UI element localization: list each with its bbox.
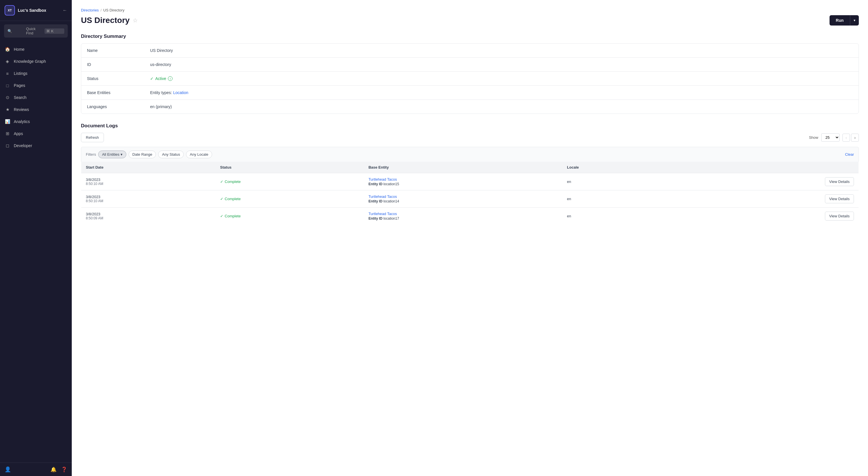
run-dropdown-button[interactable]: ▾ xyxy=(850,15,859,26)
filter-all-entities-button[interactable]: All Entities ▾ xyxy=(98,150,126,158)
document-logs-header: Refresh Show 102550100 ‹ › xyxy=(81,133,859,142)
breadcrumb-separator: / xyxy=(100,8,102,12)
status-complete: ✓ Complete xyxy=(220,179,360,184)
complete-check-icon: ✓ xyxy=(220,197,223,201)
table-header: Start DateStatusBase EntityLocale xyxy=(81,162,859,173)
status-text: Complete xyxy=(225,197,241,201)
directory-summary-section: Directory Summary Name US Directory ID u… xyxy=(81,34,859,114)
summary-value: us-directory xyxy=(150,62,171,67)
sidebar-item-reviews[interactable]: ★ Reviews xyxy=(0,104,72,115)
breadcrumb-parent[interactable]: Directories xyxy=(81,8,99,12)
sidebar-logo: XT Luc's Sandbox xyxy=(5,5,46,15)
sidebar-item-analytics[interactable]: 📊 Analytics xyxy=(0,115,72,128)
complete-check-icon: ✓ xyxy=(220,179,223,184)
col-header-status: Status xyxy=(216,162,364,173)
filter-any-status-button[interactable]: Any Status xyxy=(158,150,184,158)
sidebar-item-pages[interactable]: □ Pages xyxy=(0,79,72,92)
start-date: 3/8/2023 xyxy=(86,177,211,182)
entity-id: Entity ID location15 xyxy=(369,182,558,186)
show-label: Show xyxy=(809,135,818,140)
base-entity-cell: Turtlehead Tacos Entity ID location17 xyxy=(364,208,563,225)
sidebar-item-knowledge-graph[interactable]: ◈ Knowledge Graph xyxy=(0,55,72,67)
col-header-base-entity: Base Entity xyxy=(364,162,563,173)
sidebar-item-listings[interactable]: ≡ Listings xyxy=(0,67,72,79)
help-icon[interactable]: ❓ xyxy=(61,467,67,473)
summary-label: ID xyxy=(87,62,150,67)
start-date: 3/8/2023 xyxy=(86,195,211,199)
next-page-button[interactable]: › xyxy=(851,134,859,142)
entity-id: Entity ID location14 xyxy=(369,199,558,203)
sidebar-footer: 👤 🔔 ❓ xyxy=(0,463,72,476)
summary-label: Base Entities xyxy=(87,90,150,95)
sidebar-item-label: Listings xyxy=(14,71,27,76)
summary-label: Name xyxy=(87,48,150,53)
run-button-group: Run ▾ xyxy=(830,15,859,26)
page-header: US Directory ☆ Run ▾ xyxy=(81,15,859,26)
summary-table: Name US Directory ID us-directory Status… xyxy=(81,43,859,114)
status-complete: ✓ Complete xyxy=(220,214,360,218)
view-details-button[interactable]: View Details xyxy=(825,195,854,203)
knowledge-graph-icon: ◈ xyxy=(5,59,10,64)
entity-type-link[interactable]: Location xyxy=(173,90,188,95)
action-cell: View Details xyxy=(667,173,859,191)
app-name: Luc's Sandbox xyxy=(18,8,46,12)
clear-filters-button[interactable]: Clear xyxy=(845,152,854,157)
analytics-icon: 📊 xyxy=(5,119,10,125)
apps-icon: ⊞ xyxy=(5,131,10,136)
summary-row: Base Entities Entity types: Location xyxy=(81,86,859,100)
complete-check-icon: ✓ xyxy=(220,214,223,218)
show-select[interactable]: 102550100 xyxy=(821,133,840,142)
entity-name-link[interactable]: Turtlehead Tacos xyxy=(369,177,558,181)
sidebar-item-developer[interactable]: ◻ Developer xyxy=(0,140,72,152)
action-cell: View Details xyxy=(667,191,859,208)
refresh-button[interactable]: Refresh xyxy=(81,133,104,142)
notification-icon[interactable]: 🔔 xyxy=(51,467,57,473)
filters-bar: Filters All Entities ▾Date RangeAny Stat… xyxy=(81,147,859,162)
status-info-icon[interactable]: i xyxy=(168,76,173,81)
sidebar-item-label: Reviews xyxy=(14,107,29,112)
page-title: US Directory xyxy=(81,16,130,25)
run-button[interactable]: Run xyxy=(830,15,850,26)
status-text: Complete xyxy=(225,214,241,218)
breadcrumb-current: US Directory xyxy=(103,8,125,12)
sidebar: XT Luc's Sandbox ← 🔍 Quick Find ⌘ K 🏠 Ho… xyxy=(0,0,72,476)
filter-any-locale-button[interactable]: Any Locale xyxy=(186,150,212,158)
filters-label: Filters xyxy=(86,152,96,157)
reviews-icon: ★ xyxy=(5,107,10,112)
start-date: 3/8/2023 xyxy=(86,212,211,216)
prev-page-button[interactable]: ‹ xyxy=(842,134,850,142)
summary-row: Languages en (primary) xyxy=(81,100,859,113)
pagination-controls: ‹ › xyxy=(842,134,859,142)
sidebar-item-label: Home xyxy=(14,47,24,52)
back-icon[interactable]: ← xyxy=(63,8,67,13)
start-time: 8:50:10 AM xyxy=(86,199,211,203)
view-details-button[interactable]: View Details xyxy=(825,177,854,186)
col-header- xyxy=(667,162,859,173)
view-details-button[interactable]: View Details xyxy=(825,212,854,220)
entity-name-link[interactable]: Turtlehead Tacos xyxy=(369,212,558,216)
developer-icon: ◻ xyxy=(5,143,10,148)
sidebar-item-home[interactable]: 🏠 Home xyxy=(0,43,72,55)
document-logs-section: Document Logs Refresh Show 102550100 ‹ ›… xyxy=(81,123,859,225)
status-value: ✓ Active i xyxy=(150,76,173,81)
entity-name-link[interactable]: Turtlehead Tacos xyxy=(369,195,558,199)
base-entity-cell: Turtlehead Tacos Entity ID location15 xyxy=(364,173,563,191)
check-icon: ✓ xyxy=(150,76,154,81)
locale-cell: en xyxy=(562,191,667,208)
favorite-icon[interactable]: ☆ xyxy=(133,17,138,24)
directory-summary-title: Directory Summary xyxy=(81,34,859,39)
listings-icon: ≡ xyxy=(5,71,10,76)
sidebar-item-search[interactable]: ⊙ Search xyxy=(0,92,72,104)
summary-value: US Directory xyxy=(150,48,173,53)
status-cell: ✓ Complete xyxy=(216,191,364,208)
sidebar-item-apps[interactable]: ⊞ Apps xyxy=(0,128,72,140)
quick-find-button[interactable]: 🔍 Quick Find ⌘ K xyxy=(4,24,68,38)
status-complete: ✓ Complete xyxy=(220,197,360,201)
sidebar-item-label: Analytics xyxy=(14,119,30,124)
summary-row: Name US Directory xyxy=(81,43,859,58)
table-row: 3/8/2023 8:50:10 AM ✓ Complete Turtlehea… xyxy=(81,173,859,191)
sidebar-item-label: Knowledge Graph xyxy=(14,59,46,64)
filter-date-range-button[interactable]: Date Range xyxy=(129,150,156,158)
user-icon[interactable]: 👤 xyxy=(5,466,11,473)
search-icon: ⊙ xyxy=(5,95,10,100)
